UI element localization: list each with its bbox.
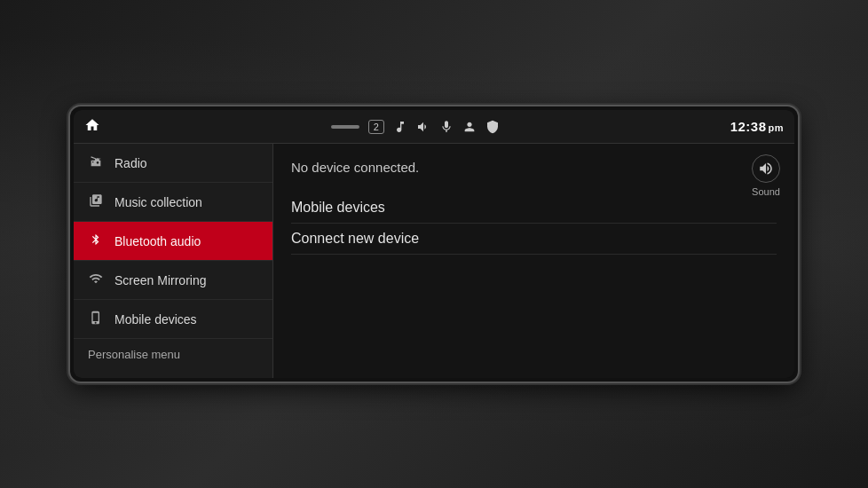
main-content: Radio Music collection	[74, 144, 794, 378]
top-bar-right: 12:38pm	[730, 119, 784, 134]
radio-label: Radio	[114, 156, 147, 170]
content-mobile-devices[interactable]: Mobile devices	[291, 193, 777, 224]
top-bar-center: 2	[331, 120, 500, 134]
time-display: 12:38pm	[730, 119, 784, 134]
car-dashboard: 2	[0, 0, 868, 488]
connection-status: No device connected.	[291, 160, 777, 175]
settings-icon	[485, 120, 500, 134]
mobile-devices-label: Mobile devices	[114, 312, 197, 327]
bluetooth-icon	[88, 232, 104, 249]
home-button[interactable]	[84, 117, 100, 137]
content-panel: No device connected. Mobile devices Conn…	[273, 144, 794, 378]
mobile-devices-icon	[88, 311, 104, 327]
profile-icon	[462, 120, 477, 134]
menu-item-screen-mirroring[interactable]: Screen Mirroring	[74, 261, 272, 300]
music-collection-icon	[88, 193, 104, 210]
source-badge: 2	[368, 120, 384, 134]
radio-icon	[88, 154, 104, 171]
volume-icon	[416, 120, 430, 134]
personalise-menu-item[interactable]: Personalise menu	[74, 339, 272, 370]
media-icon	[393, 120, 407, 134]
menu-item-music-collection[interactable]: Music collection	[74, 183, 272, 222]
music-collection-label: Music collection	[114, 195, 202, 209]
menu-item-bluetooth-audio[interactable]: Bluetooth audio	[74, 222, 272, 261]
screen-mirroring-label: Screen Mirroring	[114, 273, 206, 287]
menu-item-radio[interactable]: Radio	[74, 144, 272, 183]
sound-label: Sound	[752, 186, 780, 197]
menu-item-mobile-devices[interactable]: Mobile devices	[74, 300, 272, 339]
screen: 2	[74, 110, 794, 378]
screen-mirroring-icon	[88, 272, 104, 288]
sound-button[interactable]	[752, 154, 780, 183]
menu-panel: Radio Music collection	[74, 144, 273, 378]
mic-icon	[439, 120, 454, 134]
content-connect-new-device[interactable]: Connect new device	[291, 224, 777, 255]
screen-bezel: 2	[70, 106, 798, 382]
top-bar-left	[84, 117, 100, 137]
bluetooth-audio-label: Bluetooth audio	[114, 234, 201, 248]
media-indicator	[331, 125, 359, 129]
top-bar: 2	[74, 110, 794, 144]
sound-widget[interactable]: Sound	[752, 154, 780, 197]
